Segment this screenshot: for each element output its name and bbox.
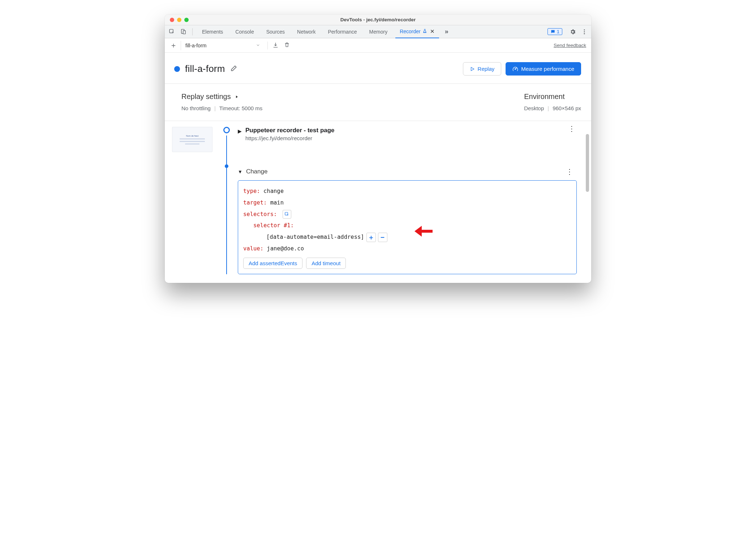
prop-selectors-key: selectors bbox=[243, 211, 274, 217]
device-toggle-icon[interactable] bbox=[179, 28, 187, 36]
step-start-title: Puppeteer recorder - test page bbox=[245, 127, 335, 134]
svg-rect-2 bbox=[183, 31, 185, 34]
recording-status-icon bbox=[174, 66, 180, 72]
svg-point-5 bbox=[584, 33, 585, 34]
add-asserted-events-button[interactable]: Add assertedEvents bbox=[243, 258, 302, 269]
vertical-scrollbar[interactable] bbox=[585, 127, 590, 279]
scrollbar-thumb[interactable] bbox=[586, 134, 589, 192]
separator bbox=[267, 42, 268, 49]
prop-value-key: value bbox=[243, 245, 260, 252]
svg-rect-6 bbox=[285, 212, 288, 215]
tab-console[interactable]: Console bbox=[231, 25, 258, 38]
send-feedback-link[interactable]: Send feedback bbox=[554, 43, 586, 48]
window-title: DevTools - jec.fyi/demo/recorder bbox=[165, 17, 591, 22]
environment-label: Environment bbox=[524, 92, 564, 101]
add-selector-button[interactable]: ＋ bbox=[366, 233, 376, 242]
step-screenshot-thumbnail[interactable]: Nom de haut bbox=[172, 127, 212, 152]
settings-row: Replay settings No throttling | Timeout:… bbox=[165, 84, 591, 121]
step-menu-icon[interactable]: ⋮ bbox=[568, 127, 577, 130]
measure-performance-button[interactable]: Measure performance bbox=[506, 62, 581, 76]
device-value: Desktop bbox=[524, 105, 544, 111]
remove-selector-button[interactable]: − bbox=[378, 233, 387, 242]
recording-select-value: fill-a-form bbox=[185, 43, 206, 48]
prop-selector1-value[interactable]: [data-automate=email-address] bbox=[266, 232, 364, 243]
recording-select[interactable]: fill-a-form bbox=[181, 41, 264, 50]
replay-label: Replay bbox=[478, 66, 495, 72]
step-start-url: https://jec.fyi/demo/recorder bbox=[245, 135, 335, 141]
step-menu-icon[interactable]: ⋮ bbox=[566, 167, 577, 176]
devtools-tabstrip: Elements Console Sources Network Perform… bbox=[165, 25, 591, 38]
inspect-icon[interactable] bbox=[168, 28, 176, 36]
import-icon[interactable] bbox=[271, 42, 279, 49]
recorder-toolbar: ＋ fill-a-form Send feedback bbox=[165, 38, 591, 53]
prop-target-key: target bbox=[243, 199, 263, 206]
edit-title-icon[interactable] bbox=[230, 65, 237, 73]
steps-panel: Nom de haut ▶ Puppeteer recorder - test … bbox=[165, 121, 591, 283]
svg-point-4 bbox=[584, 31, 585, 32]
replay-button[interactable]: Replay bbox=[463, 62, 502, 76]
close-tab-icon[interactable]: ✕ bbox=[430, 28, 435, 35]
tab-recorder-label: Recorder bbox=[400, 29, 421, 34]
tab-sources[interactable]: Sources bbox=[262, 25, 289, 38]
step-start: ▶ Puppeteer recorder - test page https:/… bbox=[238, 127, 577, 141]
separator: | bbox=[214, 105, 216, 111]
new-recording-icon[interactable]: ＋ bbox=[170, 40, 177, 50]
beaker-icon bbox=[422, 29, 427, 34]
timeline-node-step bbox=[225, 164, 228, 168]
prop-value-value[interactable]: jane@doe.co bbox=[267, 245, 304, 252]
gauge-icon bbox=[512, 66, 518, 72]
prop-type-key: type bbox=[243, 188, 257, 194]
kebab-menu-icon[interactable] bbox=[580, 28, 588, 36]
settings-icon[interactable] bbox=[569, 28, 577, 36]
svg-point-3 bbox=[584, 29, 585, 30]
timeline-node-start bbox=[223, 127, 230, 133]
tab-recorder[interactable]: Recorder ✕ bbox=[395, 25, 439, 38]
timeout-value: Timeout: 5000 ms bbox=[219, 105, 263, 111]
dimensions-value: 960×546 px bbox=[553, 105, 581, 111]
timeline-rail bbox=[221, 127, 232, 274]
recording-header: fill-a-form Replay Measure performance bbox=[165, 53, 591, 84]
chat-icon bbox=[550, 29, 555, 34]
chevron-right-icon bbox=[235, 92, 239, 101]
delete-icon[interactable] bbox=[283, 42, 291, 49]
step-details-box: type: change target: main selectors: bbox=[238, 180, 577, 274]
tab-network[interactable]: Network bbox=[293, 25, 320, 38]
titlebar: DevTools - jec.fyi/demo/recorder bbox=[165, 14, 591, 25]
separator bbox=[192, 28, 193, 35]
expand-toggle-icon[interactable]: ▶ bbox=[238, 128, 242, 134]
issues-count: 1 bbox=[557, 29, 559, 34]
play-icon bbox=[470, 66, 475, 72]
tab-memory[interactable]: Memory bbox=[365, 25, 392, 38]
step-change-label: Change bbox=[246, 168, 268, 175]
separator: | bbox=[547, 105, 549, 111]
prop-target-value[interactable]: main bbox=[270, 199, 284, 206]
prop-selector1-key: selector #1 bbox=[253, 222, 291, 229]
tab-performance[interactable]: Performance bbox=[323, 25, 361, 38]
measure-label: Measure performance bbox=[521, 66, 574, 72]
annotation-arrow-icon bbox=[414, 225, 433, 238]
tab-elements[interactable]: Elements bbox=[198, 25, 227, 38]
chevron-down-icon bbox=[256, 43, 260, 48]
pick-selector-icon[interactable] bbox=[283, 210, 291, 219]
issues-badge[interactable]: 1 bbox=[547, 28, 562, 35]
collapse-toggle-icon[interactable]: ▼ bbox=[238, 169, 242, 175]
step-change: ▼ Change ⋮ type: change target: bbox=[238, 167, 577, 274]
prop-type-value[interactable]: change bbox=[263, 188, 284, 194]
replay-settings-toggle[interactable]: Replay settings bbox=[181, 92, 262, 101]
add-timeout-button[interactable]: Add timeout bbox=[306, 258, 346, 269]
recording-title: fill-a-form bbox=[185, 63, 225, 74]
throttling-value: No throttling bbox=[181, 105, 211, 111]
devtools-window: DevTools - jec.fyi/demo/recorder Element… bbox=[165, 14, 591, 283]
replay-settings-label: Replay settings bbox=[181, 92, 231, 101]
more-tabs-icon[interactable]: » bbox=[443, 28, 451, 35]
